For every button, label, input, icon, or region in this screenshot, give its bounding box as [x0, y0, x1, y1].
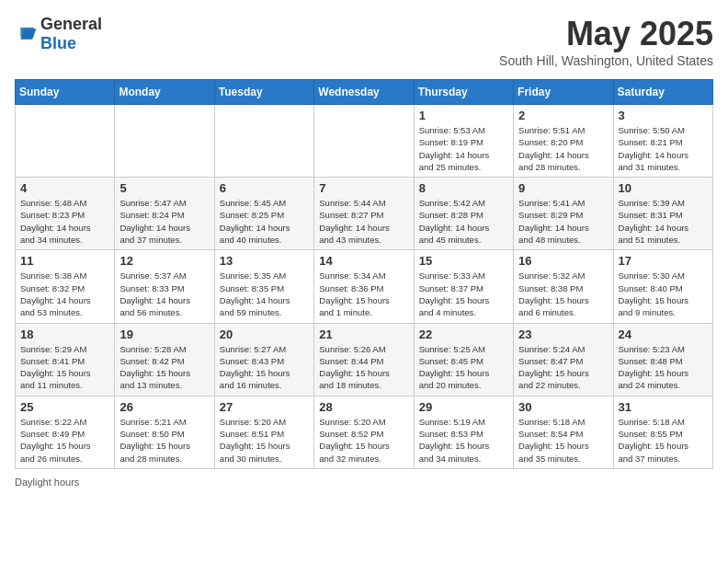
day-number: 29 — [419, 400, 508, 414]
calendar-header-row: SundayMondayTuesdayWednesdayThursdayFrid… — [16, 80, 713, 105]
calendar-cell: 23Sunrise: 5:24 AMSunset: 8:47 PMDayligh… — [514, 323, 613, 396]
day-info: Sunrise: 5:44 AMSunset: 8:27 PMDaylight:… — [319, 197, 408, 246]
day-info: Sunrise: 5:30 AMSunset: 8:40 PMDaylight:… — [619, 270, 708, 318]
day-info: Sunrise: 5:21 AMSunset: 8:50 PMDaylight:… — [119, 416, 209, 465]
calendar-week-row: 4Sunrise: 5:48 AMSunset: 8:23 PMDaylight… — [16, 178, 713, 250]
calendar-cell: 22Sunrise: 5:25 AMSunset: 8:45 PMDayligh… — [414, 323, 513, 396]
calendar-cell: 18Sunrise: 5:29 AMSunset: 8:41 PMDayligh… — [16, 323, 115, 396]
logo-text-blue: Blue — [40, 34, 76, 52]
calendar-header-thursday: Thursday — [414, 80, 513, 105]
calendar-cell: 8Sunrise: 5:42 AMSunset: 8:28 PMDaylight… — [414, 178, 513, 250]
calendar-cell: 19Sunrise: 5:28 AMSunset: 8:42 PMDayligh… — [115, 323, 214, 396]
daylight-label: Daylight hours — [15, 477, 79, 488]
day-info: Sunrise: 5:32 AMSunset: 8:38 PMDaylight:… — [518, 270, 608, 318]
day-number: 27 — [220, 400, 309, 414]
calendar-cell: 25Sunrise: 5:22 AMSunset: 8:49 PMDayligh… — [16, 396, 115, 468]
calendar-cell — [115, 105, 214, 178]
day-info: Sunrise: 5:34 AMSunset: 8:36 PMDaylight:… — [319, 270, 408, 318]
calendar-cell: 7Sunrise: 5:44 AMSunset: 8:27 PMDaylight… — [314, 178, 414, 250]
day-info: Sunrise: 5:35 AMSunset: 8:35 PMDaylight:… — [220, 270, 309, 318]
day-info: Sunrise: 5:20 AMSunset: 8:52 PMDaylight:… — [319, 416, 408, 465]
day-number: 15 — [419, 254, 508, 268]
day-number: 1 — [419, 109, 508, 122]
day-info: Sunrise: 5:33 AMSunset: 8:37 PMDaylight:… — [419, 270, 508, 318]
calendar-week-row: 11Sunrise: 5:38 AMSunset: 8:32 PMDayligh… — [16, 250, 713, 323]
day-number: 28 — [319, 400, 408, 414]
day-info: Sunrise: 5:18 AMSunset: 8:54 PMDaylight:… — [518, 416, 608, 465]
day-number: 6 — [220, 181, 309, 195]
calendar-cell — [16, 105, 115, 178]
day-info: Sunrise: 5:29 AMSunset: 8:41 PMDaylight:… — [20, 343, 109, 392]
calendar-week-row: 18Sunrise: 5:29 AMSunset: 8:41 PMDayligh… — [16, 323, 713, 396]
day-number: 23 — [518, 327, 608, 341]
day-number: 31 — [619, 400, 708, 414]
day-info: Sunrise: 5:18 AMSunset: 8:55 PMDaylight:… — [619, 416, 708, 465]
calendar-cell: 27Sunrise: 5:20 AMSunset: 8:51 PMDayligh… — [214, 396, 313, 468]
day-number: 21 — [319, 327, 408, 341]
page-header: General Blue May 2025 South Hill, Washin… — [15, 15, 713, 68]
calendar-cell: 24Sunrise: 5:23 AMSunset: 8:48 PMDayligh… — [613, 323, 712, 396]
calendar-cell: 10Sunrise: 5:39 AMSunset: 8:31 PMDayligh… — [613, 178, 712, 250]
calendar-cell: 29Sunrise: 5:19 AMSunset: 8:53 PMDayligh… — [414, 396, 513, 468]
day-number: 24 — [619, 327, 708, 341]
calendar-header-friday: Friday — [514, 80, 613, 105]
day-number: 17 — [619, 254, 708, 268]
day-info: Sunrise: 5:38 AMSunset: 8:32 PMDaylight:… — [20, 270, 109, 318]
day-number: 7 — [319, 181, 408, 195]
calendar-header-sunday: Sunday — [16, 80, 115, 105]
calendar-cell: 31Sunrise: 5:18 AMSunset: 8:55 PMDayligh… — [613, 396, 712, 468]
calendar-cell — [214, 105, 313, 178]
calendar-cell: 28Sunrise: 5:20 AMSunset: 8:52 PMDayligh… — [314, 396, 414, 468]
day-info: Sunrise: 5:24 AMSunset: 8:47 PMDaylight:… — [518, 343, 608, 392]
calendar-cell: 6Sunrise: 5:45 AMSunset: 8:25 PMDaylight… — [214, 178, 313, 250]
day-number: 2 — [518, 109, 608, 122]
day-number: 30 — [518, 400, 608, 414]
day-info: Sunrise: 5:22 AMSunset: 8:49 PMDaylight:… — [20, 416, 109, 465]
logo-text-general: General — [40, 15, 102, 33]
calendar-week-row: 1Sunrise: 5:53 AMSunset: 8:19 PMDaylight… — [16, 105, 713, 178]
calendar-cell: 12Sunrise: 5:37 AMSunset: 8:33 PMDayligh… — [115, 250, 214, 323]
day-info: Sunrise: 5:23 AMSunset: 8:48 PMDaylight:… — [619, 343, 708, 392]
day-number: 16 — [518, 254, 608, 268]
logo-icon — [15, 25, 37, 43]
month-title: May 2025 — [499, 15, 713, 53]
calendar-cell: 9Sunrise: 5:41 AMSunset: 8:29 PMDaylight… — [514, 178, 613, 250]
day-info: Sunrise: 5:25 AMSunset: 8:45 PMDaylight:… — [419, 343, 508, 392]
day-info: Sunrise: 5:45 AMSunset: 8:25 PMDaylight:… — [220, 197, 309, 246]
day-info: Sunrise: 5:47 AMSunset: 8:24 PMDaylight:… — [119, 197, 209, 246]
day-number: 22 — [419, 327, 508, 341]
calendar-cell: 21Sunrise: 5:26 AMSunset: 8:44 PMDayligh… — [314, 323, 414, 396]
calendar-cell: 3Sunrise: 5:50 AMSunset: 8:21 PMDaylight… — [613, 105, 712, 178]
day-number: 4 — [20, 181, 109, 195]
calendar-cell: 4Sunrise: 5:48 AMSunset: 8:23 PMDaylight… — [16, 178, 115, 250]
calendar-cell: 15Sunrise: 5:33 AMSunset: 8:37 PMDayligh… — [414, 250, 513, 323]
calendar-header-saturday: Saturday — [613, 80, 712, 105]
footer: Daylight hours — [15, 477, 713, 488]
day-info: Sunrise: 5:27 AMSunset: 8:43 PMDaylight:… — [220, 343, 309, 392]
logo: General Blue — [15, 15, 102, 53]
calendar-cell: 17Sunrise: 5:30 AMSunset: 8:40 PMDayligh… — [613, 250, 712, 323]
day-info: Sunrise: 5:20 AMSunset: 8:51 PMDaylight:… — [220, 416, 309, 465]
day-number: 19 — [119, 327, 209, 341]
day-info: Sunrise: 5:28 AMSunset: 8:42 PMDaylight:… — [119, 343, 209, 392]
calendar-cell: 2Sunrise: 5:51 AMSunset: 8:20 PMDaylight… — [514, 105, 613, 178]
day-number: 10 — [619, 181, 708, 195]
day-number: 11 — [20, 254, 109, 268]
day-info: Sunrise: 5:19 AMSunset: 8:53 PMDaylight:… — [419, 416, 508, 465]
day-info: Sunrise: 5:37 AMSunset: 8:33 PMDaylight:… — [119, 270, 209, 318]
calendar-cell: 14Sunrise: 5:34 AMSunset: 8:36 PMDayligh… — [314, 250, 414, 323]
calendar-cell: 16Sunrise: 5:32 AMSunset: 8:38 PMDayligh… — [514, 250, 613, 323]
calendar-cell: 1Sunrise: 5:53 AMSunset: 8:19 PMDaylight… — [414, 105, 513, 178]
day-number: 26 — [119, 400, 209, 414]
calendar-week-row: 25Sunrise: 5:22 AMSunset: 8:49 PMDayligh… — [16, 396, 713, 468]
day-info: Sunrise: 5:41 AMSunset: 8:29 PMDaylight:… — [518, 197, 608, 246]
calendar-header-monday: Monday — [115, 80, 214, 105]
day-info: Sunrise: 5:42 AMSunset: 8:28 PMDaylight:… — [419, 197, 508, 246]
day-number: 14 — [319, 254, 408, 268]
day-number: 20 — [220, 327, 309, 341]
day-number: 8 — [419, 181, 508, 195]
calendar-cell: 20Sunrise: 5:27 AMSunset: 8:43 PMDayligh… — [214, 323, 313, 396]
day-info: Sunrise: 5:53 AMSunset: 8:19 PMDaylight:… — [419, 124, 508, 173]
calendar-cell: 5Sunrise: 5:47 AMSunset: 8:24 PMDaylight… — [115, 178, 214, 250]
calendar-cell: 11Sunrise: 5:38 AMSunset: 8:32 PMDayligh… — [16, 250, 115, 323]
